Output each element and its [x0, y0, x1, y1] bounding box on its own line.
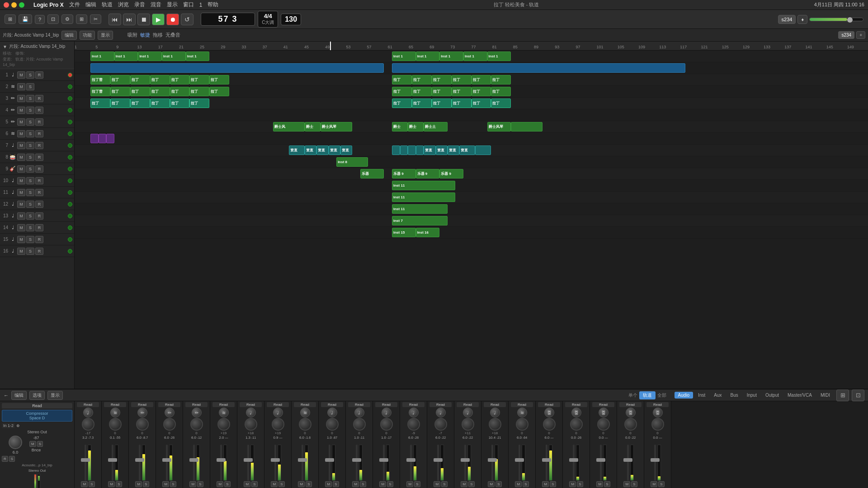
quantize-btn[interactable]: s234	[838, 31, 854, 39]
track-mute-10[interactable]: M	[17, 177, 25, 184]
ch-knob-8[interactable]	[299, 418, 311, 431]
ch-m-btn-14[interactable]: M	[461, 481, 467, 487]
clip-track4-5[interactable]: 拉丁	[189, 87, 209, 96]
track-rec-12[interactable]: R	[35, 201, 43, 208]
track-mute-2[interactable]: M	[17, 83, 25, 90]
ch-fader-11[interactable]	[383, 445, 385, 481]
ch-knob-2[interactable]	[136, 418, 149, 431]
track-rec-7[interactable]: R	[35, 142, 43, 149]
ch-fader-15[interactable]	[491, 445, 493, 481]
window-controls[interactable]	[4, 2, 24, 8]
ch-knob-7[interactable]	[272, 418, 284, 431]
ch-s-btn-11[interactable]: S	[387, 481, 393, 487]
ch-knob-12[interactable]	[407, 418, 420, 431]
clip-track1-1[interactable]: Inst 1	[114, 52, 138, 61]
ch-m-btn-5[interactable]: M	[217, 481, 223, 487]
ch-fader-19[interactable]	[600, 445, 602, 481]
ch-s-btn-5[interactable]: S	[224, 481, 230, 487]
ch-knob-20[interactable]	[624, 418, 637, 431]
clip-track4-11[interactable]: 拉丁	[472, 87, 491, 96]
track-solo-10[interactable]: S	[26, 177, 34, 184]
collapse-icon[interactable]: ▼	[3, 44, 7, 49]
clip-track5-7[interactable]: 拉丁	[412, 99, 432, 108]
ch-s-btn-20[interactable]: S	[631, 481, 637, 487]
ch-fader-1[interactable]	[112, 445, 113, 481]
track-row-5[interactable]: 拉丁拉丁拉丁拉丁拉丁拉丁拉丁拉丁拉丁拉丁拉丁拉丁	[75, 98, 868, 109]
rewind-button[interactable]: ⏮	[108, 14, 121, 25]
ch-s-btn-2[interactable]: S	[143, 481, 149, 487]
clip-track5-10[interactable]: 拉丁	[472, 99, 491, 108]
ch-s-btn-8[interactable]: S	[306, 481, 311, 487]
mixer-tab-midi[interactable]: MIDI	[817, 392, 834, 399]
fast-forward-button[interactable]: ⏭	[123, 14, 136, 25]
clip-track8-2[interactable]	[106, 134, 114, 143]
ch-m-btn-7[interactable]: M	[271, 481, 278, 487]
ch-fader-handle-18[interactable]	[569, 458, 578, 462]
ch-fader-17[interactable]	[546, 445, 547, 481]
clip-track3-3[interactable]: 拉丁	[150, 75, 170, 84]
clip-track3-10[interactable]: 拉丁	[452, 75, 472, 84]
master-s-btn[interactable]: S	[37, 441, 43, 447]
clip-track1-3[interactable]: Inst 1	[162, 52, 186, 61]
ch-s-btn-1[interactable]: S	[116, 481, 122, 487]
clip-track16-1[interactable]: Inst 16	[416, 228, 440, 237]
ch-s-btn-19[interactable]: S	[604, 481, 610, 487]
ch-knob-15[interactable]	[489, 418, 501, 431]
clip-track1-9[interactable]: Inst 1	[487, 52, 511, 61]
track-mute-1[interactable]: M	[17, 71, 25, 79]
clip-track12-0[interactable]: Inst 11	[392, 181, 455, 190]
track-rec-10[interactable]: R	[35, 177, 43, 184]
clip-track7-3[interactable]: 爵士	[392, 122, 408, 131]
ch-fader-3[interactable]	[166, 445, 168, 481]
clip-track9-12[interactable]: 资直	[459, 145, 475, 155]
ch-fader-handle-15[interactable]	[488, 458, 497, 462]
track-row-7[interactable]: 爵士风爵士爵士风琴爵士爵士爵士土爵士风琴	[75, 121, 868, 133]
clip-track5-3[interactable]: 拉丁	[150, 99, 170, 108]
tab-track[interactable]: 轨道	[639, 391, 656, 399]
ch-m-btn-17[interactable]: M	[542, 481, 549, 487]
ch-fader-handle-16[interactable]	[515, 458, 524, 462]
ch-s-btn-3[interactable]: S	[170, 481, 176, 487]
ch-fader-10[interactable]	[356, 445, 358, 481]
track-rec-14[interactable]: R	[35, 224, 43, 231]
bpm-display[interactable]: 130	[281, 14, 301, 25]
ch-fader-handle-14[interactable]	[461, 458, 470, 462]
ch-fader-12[interactable]	[410, 445, 412, 481]
clip-track3-9[interactable]: 拉丁	[432, 75, 452, 84]
ch-fader-5[interactable]	[220, 445, 222, 481]
ch-fader-handle-2[interactable]	[135, 458, 144, 462]
clip-track4-9[interactable]: 拉丁	[432, 87, 452, 96]
ch-m-btn-6[interactable]: M	[244, 481, 250, 487]
track-solo-4[interactable]: S	[26, 107, 34, 114]
clip-track9-4[interactable]: 资直	[340, 145, 352, 155]
track-mute-13[interactable]: M	[17, 212, 25, 220]
mixer-display-btn[interactable]: 显示	[47, 391, 63, 400]
ch-s-btn-4[interactable]: S	[197, 481, 203, 487]
ch-fader-16[interactable]	[519, 445, 520, 481]
track-rec-6[interactable]: R	[35, 130, 43, 137]
fullscreen-btn[interactable]	[19, 2, 24, 8]
track-rec-11[interactable]: R	[35, 189, 43, 196]
track-rec-9[interactable]: R	[35, 165, 43, 173]
clip-track5-8[interactable]: 拉丁	[432, 99, 452, 108]
track-solo-6[interactable]: S	[26, 130, 34, 137]
ch-fader-8[interactable]	[302, 445, 303, 481]
ch-knob-5[interactable]	[217, 418, 230, 431]
master-volume-slider[interactable]	[809, 18, 863, 21]
ch-knob-6[interactable]	[245, 418, 257, 431]
ch-fader-14[interactable]	[464, 445, 466, 481]
ch-m-btn-21[interactable]: M	[651, 481, 657, 487]
mixer-left-arrow[interactable]: ←	[4, 393, 9, 398]
display-btn[interactable]: 显示	[98, 31, 113, 40]
clip-track5-2[interactable]: 拉丁	[130, 99, 150, 108]
clip-track9-13[interactable]	[475, 145, 491, 155]
toolbar-icon-1[interactable]: ⊞	[5, 14, 16, 24]
clip-track1-0[interactable]: Inst 1	[90, 52, 114, 61]
track-rec-4[interactable]: R	[35, 107, 43, 114]
menu-display[interactable]: 显示	[167, 1, 178, 9]
clip-track7-5[interactable]: 爵士土	[424, 122, 448, 131]
clip-track14-0[interactable]: Inst 11	[392, 204, 448, 214]
ch-fader-handle-4[interactable]	[189, 458, 198, 462]
track-solo-14[interactable]: S	[26, 224, 34, 231]
ch-s-btn-13[interactable]: S	[441, 481, 447, 487]
